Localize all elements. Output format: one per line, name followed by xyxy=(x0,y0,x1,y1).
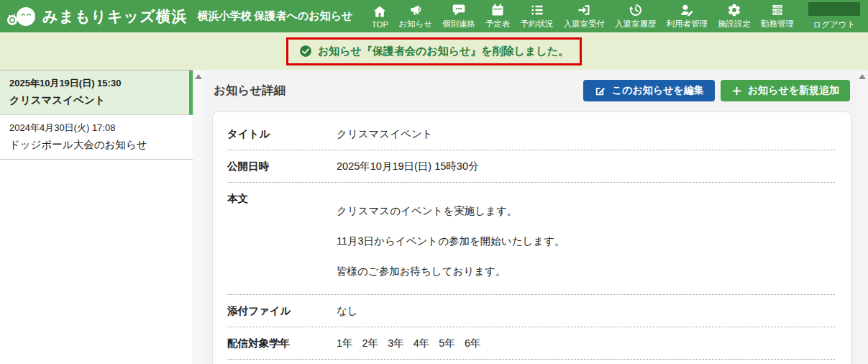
nav-label: 勤務管理 xyxy=(761,19,794,29)
plus-icon xyxy=(731,86,742,96)
nav-label: 利用者管理 xyxy=(667,19,708,29)
user-edit-icon xyxy=(680,3,694,17)
field-body: 本文 クリスマスのイベントを実施します。 11月3日からイベントの参加を開始いた… xyxy=(227,183,835,295)
main-nav: TOP お知らせ 個別連絡 予定表 予約状況 入退室受付 入退室履歴 利用者管 xyxy=(367,1,868,32)
field-target-grades: 配信対象学年 1年 2年 3年 4年 5年 6年 xyxy=(227,327,835,360)
field-label: 配信対象学年 xyxy=(227,337,337,350)
item-title: クリスマスイベント xyxy=(9,94,181,107)
field-title: タイトル クリスマスイベント xyxy=(227,118,835,150)
nav-item-entry-history[interactable]: 入退室履歴 xyxy=(610,1,662,31)
scroll-up-arrow[interactable] xyxy=(859,74,866,79)
list-item-dodgeball[interactable]: 2024年4月30日(火) 17:08 ドッジボール大会のお知らせ xyxy=(0,115,193,160)
megaphone-icon xyxy=(408,3,423,17)
chat-icon xyxy=(452,3,466,17)
notification-highlight-box: お知らせ『保護者会のお知らせ』を削除しました。 xyxy=(286,37,582,65)
nav-item-schedule[interactable]: 予定表 xyxy=(480,1,516,31)
nav-item-contact[interactable]: 個別連絡 xyxy=(437,1,480,31)
logout-label: ログアウト xyxy=(813,19,856,30)
gear-icon xyxy=(727,3,741,17)
item-date: 2024年4月30日(火) 17:08 xyxy=(9,122,184,135)
home-icon xyxy=(373,4,387,19)
nav-label: TOP xyxy=(372,20,388,29)
nav-label: 予定表 xyxy=(485,19,511,29)
action-buttons: このお知らせを編集 お知らせを新規追加 xyxy=(583,80,850,101)
field-value: クリスマスイベント xyxy=(337,127,433,141)
body-line: 皆様のご参加お待ちしております。 xyxy=(337,265,565,278)
notification-bar: お知らせ『保護者会のお知らせ』を削除しました。 xyxy=(0,32,868,70)
field-label: タイトル xyxy=(227,127,337,141)
snail-logo-icon xyxy=(6,4,39,29)
logout-button[interactable]: ログアウト xyxy=(803,1,865,32)
nav-item-reservations[interactable]: 予約状況 xyxy=(516,1,559,31)
server-icon xyxy=(770,3,785,17)
edit-icon xyxy=(594,85,606,97)
app-logo[interactable]: みまもりキッズ横浜 xyxy=(6,4,187,29)
nav-item-facility-settings[interactable]: 施設設定 xyxy=(713,1,756,31)
logout-redacted-box xyxy=(808,2,860,16)
field-attachment: 添付ファイル なし xyxy=(227,295,835,327)
field-target-categories: 配信対象区分 区分1 区分2A 区分2B xyxy=(227,360,835,364)
nav-item-user-management[interactable]: 利用者管理 xyxy=(662,1,713,31)
nav-label: 施設設定 xyxy=(718,19,751,29)
nav-item-top[interactable]: TOP xyxy=(367,3,393,30)
sidebar-scrollbar[interactable] xyxy=(193,70,204,364)
nav-item-news[interactable]: お知らせ xyxy=(393,1,437,31)
main-scrollbar[interactable] xyxy=(856,70,868,364)
detail-heading: お知らせ詳細 xyxy=(214,83,285,99)
edit-button-label: このお知らせを編集 xyxy=(612,84,704,97)
edit-announcement-button[interactable]: このお知らせを編集 xyxy=(583,80,715,101)
field-value: 2025年10月19日(日) 15時30分 xyxy=(337,160,478,173)
field-value: なし xyxy=(337,304,358,318)
announcement-list-sidebar: 2025年10月19日(日) 15:30 クリスマスイベント 2024年4月30… xyxy=(0,70,193,364)
detail-header: お知らせ詳細 このお知らせを編集 お知らせを新規追加 xyxy=(204,70,856,112)
list-item-christmas-event[interactable]: 2025年10月19日(日) 15:30 クリスマスイベント xyxy=(0,70,193,115)
main-content: お知らせ詳細 このお知らせを編集 お知らせを新規追加 タイトル クリスマスイベン… xyxy=(204,70,856,364)
nav-item-entry-reception[interactable]: 入退室受付 xyxy=(559,1,611,31)
field-label: 公開日時 xyxy=(227,160,337,173)
body-line: 11月3日からイベントの参加を開始いたします。 xyxy=(337,235,565,248)
calendar-icon xyxy=(490,3,505,17)
nav-label: 予約状況 xyxy=(521,19,554,29)
nav-label: 個別連絡 xyxy=(442,19,475,29)
notification-message: お知らせ『保護者会のお知らせ』を削除しました。 xyxy=(318,45,569,58)
page-title: 横浜小学校 保護者へのお知らせ xyxy=(197,9,352,23)
history-icon xyxy=(629,3,643,17)
nav-item-work-management[interactable]: 勤務管理 xyxy=(756,1,799,31)
scroll-up-arrow[interactable] xyxy=(195,74,202,79)
item-date: 2025年10月19日(日) 15:30 xyxy=(9,77,181,90)
enter-icon xyxy=(577,3,591,17)
field-publish-datetime: 公開日時 2025年10月19日(日) 15時30分 xyxy=(227,150,835,183)
nav-label: 入退室受付 xyxy=(564,19,606,29)
nav-label: お知らせ xyxy=(398,19,432,29)
nav-label: 入退室履歴 xyxy=(615,19,657,29)
add-button-label: お知らせを新規追加 xyxy=(748,84,839,97)
field-label: 添付ファイル xyxy=(227,304,337,318)
list-icon xyxy=(530,3,544,17)
field-label: 本文 xyxy=(227,192,337,206)
body-text: クリスマスのイベントを実施します。 11月3日からイベントの参加を開始いたします… xyxy=(337,192,565,286)
check-circle-icon xyxy=(299,45,312,58)
detail-card: タイトル クリスマスイベント 公開日時 2025年10月19日(日) 15時30… xyxy=(212,112,851,364)
logo-text: みまもりキッズ横浜 xyxy=(42,6,187,27)
body-line: クリスマスのイベントを実施します。 xyxy=(337,204,565,218)
item-title: ドッジボール大会のお知らせ xyxy=(9,138,184,152)
field-value: 1年 2年 3年 4年 5年 6年 xyxy=(337,337,481,350)
app-header: みまもりキッズ横浜 横浜小学校 保護者へのお知らせ TOP お知らせ 個別連絡 … xyxy=(0,0,868,32)
add-announcement-button[interactable]: お知らせを新規追加 xyxy=(721,80,850,101)
